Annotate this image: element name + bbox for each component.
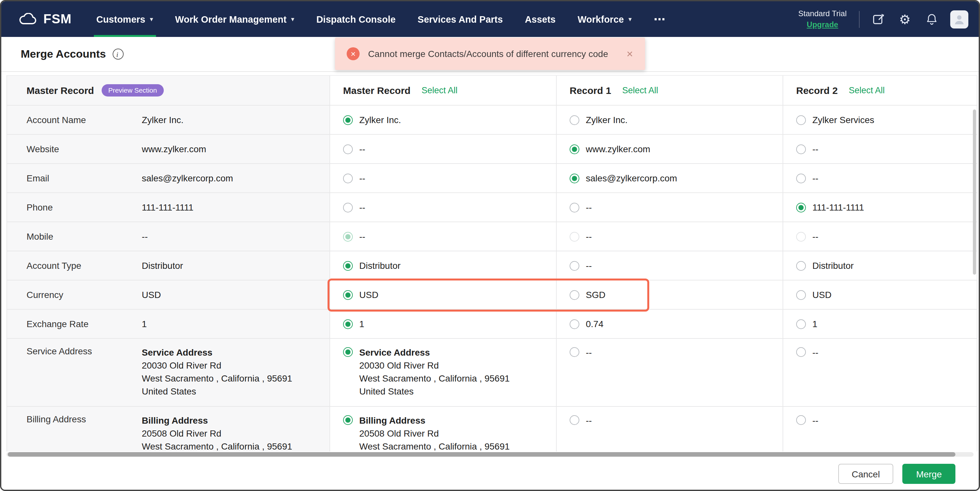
settings-gear-icon[interactable]: ⚙ <box>897 11 913 27</box>
nav-item-workforce[interactable]: Workforce▾ <box>578 1 632 37</box>
cell-value: -- <box>812 172 818 185</box>
merge-option-radio[interactable] <box>343 144 353 154</box>
nav-item-work-order-management[interactable]: Work Order Management▾ <box>175 1 294 37</box>
select-all-link-master[interactable]: Select All <box>422 86 457 95</box>
preview-cell-account-type: Account TypeDistributor <box>6 251 330 281</box>
merge-option-radio[interactable] <box>796 290 806 300</box>
cell-value: -- <box>586 414 592 427</box>
feedback-compose-icon[interactable] <box>870 11 886 27</box>
merge-option-radio[interactable] <box>343 415 353 425</box>
page-body: Merge Accounts i ✕ Cannot merge Contacts… <box>1 37 979 490</box>
row-label: Service Address <box>27 346 135 356</box>
preview-value: -- <box>142 230 148 243</box>
preview-value: 111-111-1111 <box>142 201 194 214</box>
error-toast: ✕ Cannot merge Contacts/Accounts of diff… <box>335 38 645 70</box>
nav-item-label: ⋯ <box>654 12 667 26</box>
merge-option-radio[interactable] <box>343 202 353 212</box>
merge-option-radio[interactable] <box>796 115 806 125</box>
merge-option-radio[interactable] <box>343 319 353 329</box>
merge-option-radio[interactable] <box>570 290 579 300</box>
merge-option-radio[interactable] <box>570 347 579 357</box>
select-all-link-record1[interactable]: Select All <box>622 86 658 95</box>
merge-option-radio[interactable] <box>796 202 806 212</box>
merge-option-radio[interactable] <box>796 144 806 154</box>
cell-value: USD <box>812 288 832 301</box>
cancel-button[interactable]: Cancel <box>838 464 893 484</box>
user-avatar[interactable] <box>950 10 968 28</box>
merge-option-radio[interactable] <box>570 415 579 425</box>
cell-value: Zylker Inc. <box>359 113 401 126</box>
merge-option-radio[interactable] <box>343 261 353 271</box>
merge-option-radio[interactable] <box>343 290 353 300</box>
vertical-scrollbar[interactable] <box>973 110 976 275</box>
cell-text-line: sales@zylkercorp.com <box>142 172 233 185</box>
merge-option-radio[interactable] <box>796 415 806 425</box>
cell-value: -- <box>586 259 592 272</box>
merge-option-radio[interactable] <box>796 319 806 329</box>
master-cell-currency: USD <box>330 281 557 309</box>
cell-text-line: -- <box>359 172 365 185</box>
merge-table: Master RecordPreview SectionMaster Recor… <box>1 72 979 451</box>
select-all-link-record2[interactable]: Select All <box>849 86 885 95</box>
nav-item-customers[interactable]: Customers▾ <box>96 1 153 37</box>
merge-option-radio[interactable] <box>343 347 353 357</box>
master-cell-phone: -- <box>330 193 557 222</box>
cell-value: Billing Address20508 Old River RdWest Sa… <box>359 414 510 451</box>
merge-option-radio[interactable] <box>570 202 579 212</box>
nav-items: Customers▾Work Order Management▾Dispatch… <box>96 1 667 37</box>
cell-value: Zylker Inc. <box>586 113 628 126</box>
nav-item-label: Dispatch Console <box>316 14 396 24</box>
cell-text-line: United States <box>359 385 510 398</box>
master-cell-account-name: Zylker Inc. <box>330 105 557 135</box>
merge-option-radio[interactable] <box>570 115 579 125</box>
cell-text-line: -- <box>142 230 148 243</box>
record2-cell-website: -- <box>783 135 977 164</box>
merge-option-radio[interactable] <box>570 261 579 271</box>
record2-cell-mobile: -- <box>783 222 977 251</box>
cell-text-line: -- <box>812 414 818 427</box>
nav-item-label: Assets <box>525 14 556 24</box>
nav-item-services-and-parts[interactable]: Services And Parts <box>417 1 503 37</box>
info-icon[interactable]: i <box>112 49 123 60</box>
merge-option-radio[interactable] <box>796 173 806 183</box>
merge-option-radio <box>796 231 806 241</box>
nav-item-dispatch-console[interactable]: Dispatch Console <box>316 1 396 37</box>
table-row-email: Emailsales@zylkercorp.com--sales@zylkerc… <box>6 164 977 193</box>
cell-text-line: www.zylker.com <box>586 142 650 155</box>
nav-item-assets[interactable]: Assets <box>525 1 556 37</box>
cell-value: -- <box>586 346 592 359</box>
cell-text-line: West Sacramento , California , 95691 <box>142 440 292 451</box>
column-title: Master Record <box>343 85 410 96</box>
merge-option-radio[interactable] <box>796 261 806 271</box>
cell-text-line: 0.74 <box>586 317 604 330</box>
cell-text-line: -- <box>586 201 592 214</box>
trial-info: Standard Trial Upgrade <box>799 9 847 29</box>
merge-option-radio[interactable] <box>570 173 579 183</box>
preview-value: Service Address20030 Old River RdWest Sa… <box>142 346 292 398</box>
merge-option-radio[interactable] <box>343 115 353 125</box>
master-cell-service-address: Service Address20030 Old River RdWest Sa… <box>330 339 557 407</box>
chevron-down-icon: ▾ <box>628 16 632 23</box>
merge-option-radio[interactable] <box>570 319 579 329</box>
notifications-bell-icon[interactable] <box>924 11 939 27</box>
cell-text-line: www.zylker.com <box>142 142 206 155</box>
nav-item-more[interactable]: ⋯ <box>654 1 667 37</box>
cell-text-line: -- <box>359 201 365 214</box>
table-row-website: Websitewww.zylker.com--www.zylker.com-- <box>6 135 977 164</box>
cell-value: Distributor <box>359 259 401 272</box>
cell-value: 0.74 <box>586 317 604 330</box>
cell-text-line: -- <box>586 414 592 427</box>
toast-close-icon[interactable]: ✕ <box>626 49 633 59</box>
merge-option-radio <box>570 231 579 241</box>
horizontal-scrollbar-thumb[interactable] <box>8 452 955 457</box>
merge-button[interactable]: Merge <box>903 464 955 484</box>
record1-cell-account-type: -- <box>557 251 783 281</box>
upgrade-link[interactable]: Upgrade <box>807 20 838 29</box>
merge-option-radio[interactable] <box>796 347 806 357</box>
merge-option-radio[interactable] <box>570 144 579 154</box>
merge-option-radio[interactable] <box>343 173 353 183</box>
table-row-mobile: Mobile-------- <box>6 222 977 251</box>
row-label: Exchange Rate <box>27 319 135 329</box>
record2-cell-billing-address: -- <box>783 407 977 451</box>
cell-value: -- <box>359 201 365 214</box>
